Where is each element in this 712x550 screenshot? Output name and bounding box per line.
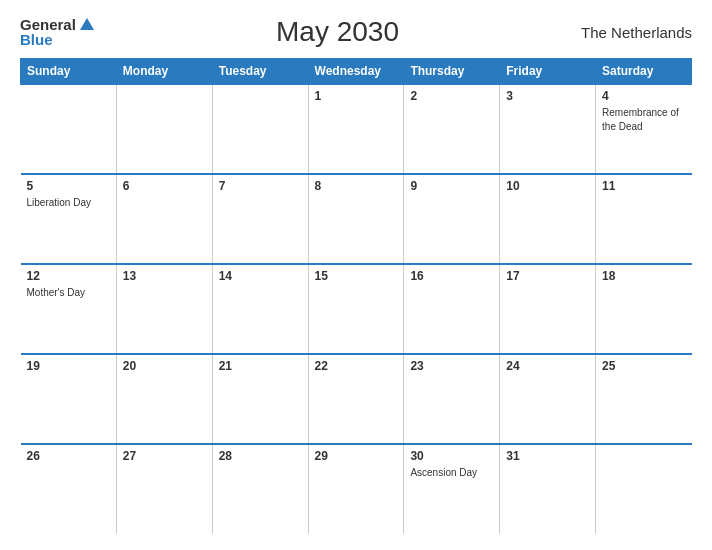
calendar-day-cell: 18	[596, 264, 692, 354]
calendar-title: May 2030	[276, 16, 399, 48]
calendar-day-cell: 20	[116, 354, 212, 444]
calendar-day-cell: 14	[212, 264, 308, 354]
day-number: 15	[315, 269, 398, 283]
calendar-week-row: 5Liberation Day67891011	[21, 174, 692, 264]
day-number: 13	[123, 269, 206, 283]
day-of-week-header: Saturday	[596, 59, 692, 85]
day-event: Mother's Day	[27, 287, 86, 298]
day-number: 1	[315, 89, 398, 103]
calendar-day-cell: 22	[308, 354, 404, 444]
day-number: 12	[27, 269, 110, 283]
calendar-day-cell	[21, 84, 117, 174]
day-number: 20	[123, 359, 206, 373]
day-number: 18	[602, 269, 685, 283]
calendar-day-cell: 24	[500, 354, 596, 444]
calendar-day-cell: 31	[500, 444, 596, 534]
day-event: Liberation Day	[27, 197, 91, 208]
calendar-day-cell: 29	[308, 444, 404, 534]
day-of-week-header: Sunday	[21, 59, 117, 85]
day-number: 11	[602, 179, 685, 193]
calendar-day-cell: 8	[308, 174, 404, 264]
day-number: 2	[410, 89, 493, 103]
calendar-day-cell	[116, 84, 212, 174]
calendar-header-row: SundayMondayTuesdayWednesdayThursdayFrid…	[21, 59, 692, 85]
calendar-day-cell: 26	[21, 444, 117, 534]
calendar-day-cell: 6	[116, 174, 212, 264]
calendar-day-cell: 16	[404, 264, 500, 354]
calendar-day-cell: 3	[500, 84, 596, 174]
calendar-day-cell: 19	[21, 354, 117, 444]
calendar-table: SundayMondayTuesdayWednesdayThursdayFrid…	[20, 58, 692, 534]
logo-general-text: General	[20, 17, 76, 32]
day-number: 28	[219, 449, 302, 463]
calendar-day-cell	[596, 444, 692, 534]
country-name: The Netherlands	[581, 24, 692, 41]
day-of-week-header: Friday	[500, 59, 596, 85]
logo-triangle-icon	[80, 18, 94, 30]
day-number: 30	[410, 449, 493, 463]
day-number: 16	[410, 269, 493, 283]
calendar-day-cell: 28	[212, 444, 308, 534]
calendar-day-cell: 13	[116, 264, 212, 354]
calendar-day-cell: 7	[212, 174, 308, 264]
calendar-week-row: 1234Remembrance of the Dead	[21, 84, 692, 174]
calendar-day-cell: 30Ascension Day	[404, 444, 500, 534]
calendar-day-cell: 5Liberation Day	[21, 174, 117, 264]
calendar-day-cell: 11	[596, 174, 692, 264]
day-number: 25	[602, 359, 685, 373]
day-number: 10	[506, 179, 589, 193]
day-number: 17	[506, 269, 589, 283]
day-number: 7	[219, 179, 302, 193]
day-number: 6	[123, 179, 206, 193]
calendar-day-cell: 10	[500, 174, 596, 264]
calendar-day-cell	[212, 84, 308, 174]
calendar-day-cell: 12Mother's Day	[21, 264, 117, 354]
day-number: 23	[410, 359, 493, 373]
day-number: 4	[602, 89, 685, 103]
day-number: 5	[27, 179, 110, 193]
day-event: Remembrance of the Dead	[602, 107, 679, 132]
day-number: 27	[123, 449, 206, 463]
day-event: Ascension Day	[410, 467, 477, 478]
calendar-day-cell: 15	[308, 264, 404, 354]
day-number: 31	[506, 449, 589, 463]
calendar-day-cell: 21	[212, 354, 308, 444]
day-of-week-header: Thursday	[404, 59, 500, 85]
day-number: 19	[27, 359, 110, 373]
day-number: 29	[315, 449, 398, 463]
day-number: 14	[219, 269, 302, 283]
day-of-week-header: Wednesday	[308, 59, 404, 85]
day-number: 26	[27, 449, 110, 463]
calendar-day-cell: 9	[404, 174, 500, 264]
day-number: 21	[219, 359, 302, 373]
calendar-day-cell: 27	[116, 444, 212, 534]
calendar-week-row: 19202122232425	[21, 354, 692, 444]
day-number: 3	[506, 89, 589, 103]
day-of-week-header: Monday	[116, 59, 212, 85]
calendar-header: General Blue May 2030 The Netherlands	[20, 16, 692, 48]
calendar-day-cell: 2	[404, 84, 500, 174]
day-number: 9	[410, 179, 493, 193]
calendar-week-row: 12Mother's Day131415161718	[21, 264, 692, 354]
day-number: 8	[315, 179, 398, 193]
calendar-day-cell: 25	[596, 354, 692, 444]
calendar-day-cell: 4Remembrance of the Dead	[596, 84, 692, 174]
calendar-day-cell: 23	[404, 354, 500, 444]
logo: General Blue	[20, 17, 94, 47]
day-of-week-header: Tuesday	[212, 59, 308, 85]
calendar-day-cell: 1	[308, 84, 404, 174]
calendar-week-row: 2627282930Ascension Day31	[21, 444, 692, 534]
day-number: 24	[506, 359, 589, 373]
day-number: 22	[315, 359, 398, 373]
calendar-day-cell: 17	[500, 264, 596, 354]
logo-blue-text: Blue	[20, 32, 94, 47]
